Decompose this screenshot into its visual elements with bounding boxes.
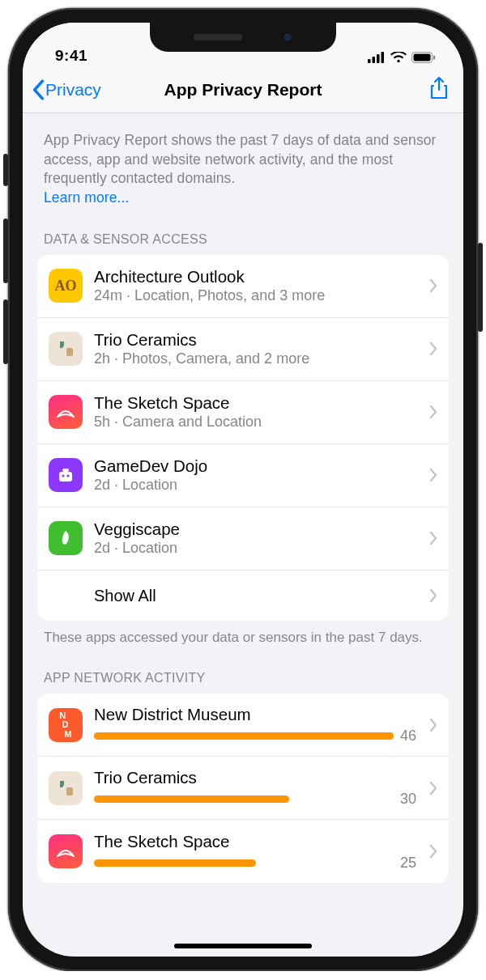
app-name: Veggiscape	[94, 520, 424, 540]
app-name: New District Museum	[94, 705, 424, 724]
network-row-the-sketch-space[interactable]: The Sketch Space 25	[37, 820, 449, 883]
app-name: Architecture Outlook	[94, 267, 424, 287]
status-time: 9:41	[55, 47, 87, 65]
chevron-right-icon	[429, 588, 437, 603]
show-all-button[interactable]: Show All	[37, 571, 449, 621]
chevron-right-icon	[429, 781, 437, 795]
app-icon	[49, 458, 83, 492]
svg-rect-12	[66, 787, 73, 795]
battery-icon	[411, 52, 436, 63]
svg-rect-7	[66, 348, 73, 356]
network-row-new-district-museum[interactable]: N D M New District Museum 46	[37, 694, 449, 757]
app-name: The Sketch Space	[94, 832, 424, 851]
app-name: Trio Ceramics	[94, 330, 424, 350]
app-row-veggiscape[interactable]: Veggiscape 2d · Location	[37, 507, 449, 571]
svg-rect-0	[368, 59, 371, 63]
activity-bar	[94, 795, 394, 803]
app-detail: 24m · Location, Photos, and 3 more	[94, 287, 424, 304]
chevron-right-icon	[429, 342, 437, 356]
app-name: GameDev Dojo	[94, 456, 424, 477]
chevron-right-icon	[429, 531, 437, 545]
section-header-data-sensor: Data & Sensor Access	[37, 208, 449, 255]
app-detail: 2d · Location	[94, 477, 424, 494]
chevron-right-icon	[429, 468, 437, 482]
activity-count: 30	[400, 791, 424, 808]
section-header-network: App Network Activity	[37, 647, 449, 694]
app-icon	[49, 834, 83, 868]
status-icons	[368, 52, 436, 65]
svg-point-10	[62, 474, 64, 477]
chevron-right-icon	[429, 844, 437, 859]
svg-rect-8	[59, 472, 72, 482]
svg-rect-9	[62, 469, 69, 472]
section-footer-data-sensor: These apps accessed your data or sensors…	[37, 621, 449, 647]
network-row-trio-ceramics[interactable]: Trio Ceramics 30	[37, 757, 449, 820]
intro-text: App Privacy Report shows the past 7 days…	[37, 113, 449, 208]
svg-point-11	[66, 474, 69, 477]
share-icon	[429, 76, 449, 100]
app-row-architecture-outlook[interactable]: AO Architecture Outlook 24m · Location, …	[37, 255, 449, 318]
wifi-icon	[390, 52, 407, 63]
activity-count: 25	[400, 855, 424, 872]
back-label: Privacy	[45, 80, 101, 100]
activity-bar	[94, 732, 394, 740]
app-name: Trio Ceramics	[94, 768, 424, 787]
app-row-trio-ceramics[interactable]: Trio Ceramics 2h · Photos, Camera, and 2…	[37, 318, 449, 381]
chevron-right-icon	[429, 278, 437, 293]
app-detail: 2d · Location	[94, 540, 424, 557]
activity-count: 46	[400, 728, 424, 745]
network-activity-list: N D M New District Museum 46	[37, 694, 449, 883]
app-name: The Sketch Space	[94, 393, 424, 414]
svg-rect-1	[373, 57, 376, 63]
chevron-right-icon	[429, 405, 437, 419]
svg-rect-2	[377, 54, 380, 63]
app-row-the-sketch-space[interactable]: The Sketch Space 5h · Camera and Locatio…	[37, 381, 449, 444]
app-row-gamedev-dojo[interactable]: GameDev Dojo 2d · Location	[37, 444, 449, 507]
chevron-right-icon	[429, 718, 437, 732]
app-detail: 2h · Photos, Camera, and 2 more	[94, 350, 424, 367]
data-sensor-list: AO Architecture Outlook 24m · Location, …	[37, 255, 449, 621]
chevron-left-icon	[31, 79, 45, 100]
svg-rect-5	[414, 54, 431, 62]
app-icon: N D M	[49, 708, 83, 742]
app-detail: 5h · Camera and Location	[94, 414, 424, 431]
svg-rect-3	[382, 52, 385, 63]
app-icon	[49, 395, 83, 429]
app-icon	[49, 771, 83, 805]
share-button[interactable]	[429, 76, 449, 104]
nav-bar: Privacy App Privacy Report	[23, 66, 463, 113]
app-icon	[49, 521, 83, 555]
app-icon: AO	[49, 269, 83, 303]
cellular-icon	[368, 52, 386, 63]
learn-more-link[interactable]: Learn more...	[44, 189, 129, 206]
svg-rect-6	[433, 56, 435, 60]
home-indicator[interactable]	[174, 944, 312, 948]
activity-bar	[94, 859, 394, 867]
back-button[interactable]: Privacy	[31, 79, 101, 100]
app-icon	[49, 332, 83, 366]
